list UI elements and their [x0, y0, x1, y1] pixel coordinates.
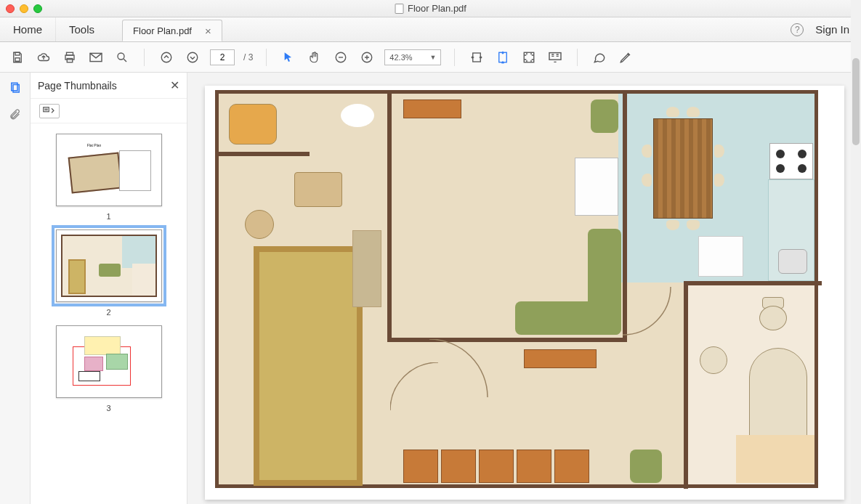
door-swing	[623, 287, 674, 338]
wall	[387, 338, 627, 342]
thumbnail-number: 3	[56, 404, 162, 412]
cabinet	[479, 450, 514, 483]
save-icon[interactable]	[9, 49, 26, 66]
help-icon[interactable]: ?	[791, 23, 804, 36]
document-view[interactable]	[187, 73, 861, 504]
kitchen-sink	[778, 249, 807, 274]
hand-tool-icon[interactable]	[306, 49, 323, 66]
maximize-window-button[interactable]	[33, 4, 42, 13]
floor-plan	[215, 90, 818, 488]
tab-tools[interactable]: Tools	[56, 17, 108, 41]
page-up-icon[interactable]	[158, 49, 175, 66]
attachments-rail-icon[interactable]	[7, 106, 23, 122]
svg-point-6	[118, 53, 124, 60]
side-rail	[0, 73, 31, 504]
sign-in-button[interactable]: Sign In	[815, 23, 849, 36]
dining-chair	[714, 145, 724, 158]
appliance	[575, 158, 618, 216]
page-number-input[interactable]	[210, 49, 235, 65]
tab-document[interactable]: Floor Plan.pdf ×	[122, 20, 222, 41]
page-total-label: / 3	[243, 52, 253, 62]
bathroom-sink	[700, 346, 727, 374]
toolbar-separator	[144, 49, 145, 66]
dining-chair	[687, 107, 700, 117]
wall	[684, 281, 822, 285]
dining-chair	[687, 220, 700, 230]
dining-chair	[714, 174, 724, 187]
close-tab-icon[interactable]: ×	[205, 25, 211, 37]
round-chair	[245, 210, 274, 239]
dining-table	[653, 118, 713, 219]
scrollbar-thumb[interactable]	[852, 58, 860, 145]
armchair	[591, 99, 618, 133]
fit-width-icon[interactable]	[468, 49, 485, 66]
thumbnail-item[interactable]: 3	[56, 325, 162, 412]
dining-chair	[666, 220, 679, 230]
fullscreen-icon[interactable]	[520, 49, 538, 66]
thumbnail-number: 2	[56, 308, 162, 317]
wall	[684, 281, 688, 489]
zoom-in-icon[interactable]	[358, 49, 376, 66]
page-canvas	[205, 86, 844, 500]
page-down-icon[interactable]	[184, 49, 201, 66]
svg-rect-14	[549, 52, 561, 60]
highlight-icon[interactable]	[617, 49, 634, 66]
thumbnail-list[interactable]: Flat Plan 1 2	[31, 123, 187, 504]
tab-document-label: Floor Plan.pdf	[133, 25, 192, 36]
cabinet	[441, 450, 476, 483]
toolbar: / 3 42.3% ▼	[0, 42, 861, 73]
window-title: Floor Plan.pdf	[408, 3, 466, 14]
svg-rect-1	[15, 57, 20, 61]
svg-rect-17	[44, 107, 49, 111]
table	[403, 99, 461, 118]
fridge	[698, 236, 743, 277]
window-controls	[6, 4, 42, 13]
minimize-window-button[interactable]	[20, 4, 28, 13]
cabinet	[517, 450, 551, 483]
wall	[387, 94, 392, 341]
read-mode-icon[interactable]	[546, 49, 564, 66]
sectional-sofa	[588, 229, 621, 335]
door-swing	[390, 362, 441, 413]
dining-chair	[666, 107, 679, 117]
scrollbar-track[interactable]	[851, 0, 861, 504]
thumbnail-options-button[interactable]	[39, 104, 60, 118]
cloud-upload-icon[interactable]	[35, 49, 52, 66]
tab-bar: Home Tools Floor Plan.pdf × ? Sign In	[0, 17, 861, 42]
tab-home[interactable]: Home	[0, 17, 56, 41]
toolbar-separator	[266, 49, 267, 66]
svg-rect-0	[15, 52, 20, 55]
comment-icon[interactable]	[591, 49, 608, 66]
thumbnails-panel: Page Thumbnails ✕ Flat Plan 1	[31, 73, 187, 504]
svg-point-8	[187, 52, 198, 62]
oval-table	[341, 104, 374, 127]
selection-tool-icon[interactable]	[280, 49, 297, 66]
zoom-select[interactable]: 42.3% ▼	[384, 49, 441, 65]
coffee-table	[524, 349, 597, 368]
thumbnail-number: 1	[56, 212, 162, 221]
chevron-down-icon: ▼	[429, 54, 436, 61]
thumbnail-item[interactable]: Flat Plan 1	[56, 134, 162, 221]
fit-page-icon[interactable]	[494, 49, 512, 66]
email-icon[interactable]	[87, 49, 105, 66]
desk	[294, 172, 342, 207]
armchair	[630, 450, 662, 483]
toolbar-separator	[577, 49, 578, 66]
thumbnails-rail-icon[interactable]	[7, 80, 23, 96]
main-area: Page Thumbnails ✕ Flat Plan 1	[0, 73, 861, 504]
zoom-out-icon[interactable]	[332, 49, 349, 66]
close-panel-icon[interactable]: ✕	[170, 78, 179, 92]
dining-chair	[642, 145, 652, 158]
stove	[769, 143, 813, 179]
close-window-button[interactable]	[6, 4, 15, 13]
title-center: Floor Plan.pdf	[395, 3, 466, 14]
armchair	[229, 104, 277, 145]
tall-cabinet	[352, 230, 381, 307]
carpet	[254, 246, 363, 486]
print-icon[interactable]	[61, 49, 78, 66]
bath-mat	[736, 435, 814, 483]
search-icon[interactable]	[113, 49, 131, 66]
toolbar-separator	[454, 49, 455, 66]
thumbnail-item[interactable]: 2	[56, 229, 162, 317]
cabinet	[403, 450, 438, 483]
